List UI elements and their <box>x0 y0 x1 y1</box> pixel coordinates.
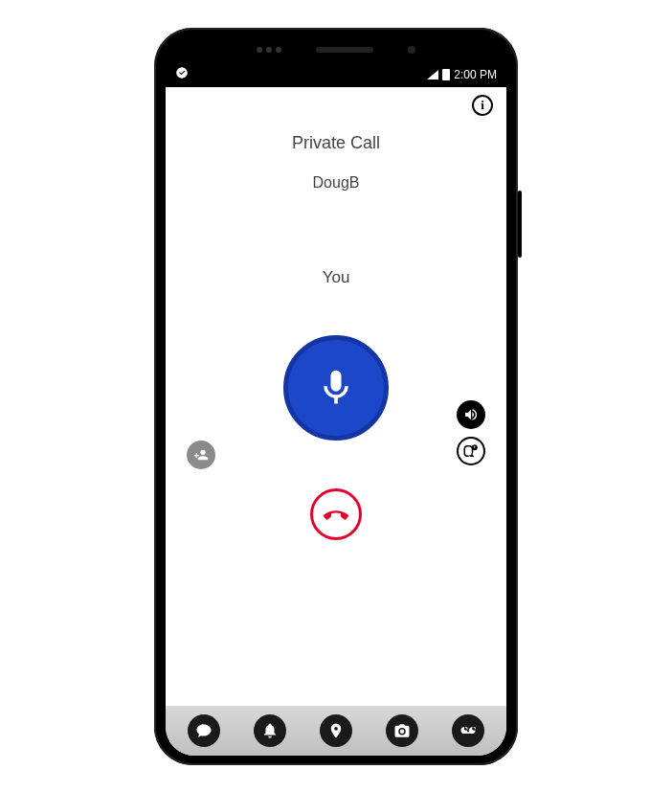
add-person-icon <box>193 447 209 463</box>
local-caller-label: You <box>166 268 506 287</box>
record-call-icon <box>462 442 480 460</box>
speaker-icon <box>463 407 479 422</box>
info-icon: i <box>481 98 484 113</box>
location-pin-icon <box>327 722 345 739</box>
nav-camera[interactable] <box>386 714 418 747</box>
phone-speaker-row <box>166 37 506 62</box>
phone-frame: 2:00 PM i Private Call DougB You <box>154 28 518 765</box>
speaker-button[interactable] <box>457 400 485 429</box>
camera-icon <box>393 722 411 739</box>
add-participant-button[interactable] <box>187 441 215 469</box>
signal-icon <box>427 70 438 79</box>
nav-voicemail[interactable] <box>452 714 484 747</box>
bell-icon <box>261 722 279 739</box>
remote-caller-name: DougB <box>166 174 506 192</box>
nav-alerts[interactable] <box>254 714 286 747</box>
call-screen: i Private Call DougB You <box>166 87 506 756</box>
voicemail-icon <box>459 722 477 739</box>
call-type-label: Private Call <box>166 133 506 153</box>
nav-map[interactable] <box>320 714 352 747</box>
info-button[interactable]: i <box>472 95 493 116</box>
push-to-talk-button[interactable] <box>283 335 389 441</box>
call-titles: Private Call DougB You <box>166 116 506 287</box>
nav-messages[interactable] <box>188 714 220 747</box>
hangup-icon <box>322 500 350 529</box>
call-record-button[interactable] <box>457 437 485 465</box>
status-bar: 2:00 PM <box>166 62 506 87</box>
battery-icon <box>442 69 450 80</box>
call-controls <box>166 287 506 706</box>
status-time: 2:00 PM <box>454 68 497 81</box>
microphone-icon <box>315 367 357 409</box>
chat-bubble-icon <box>195 722 213 739</box>
end-call-button[interactable] <box>310 488 362 540</box>
sync-icon <box>175 66 189 82</box>
bottom-nav <box>166 706 506 756</box>
screen: 2:00 PM i Private Call DougB You <box>166 62 506 756</box>
